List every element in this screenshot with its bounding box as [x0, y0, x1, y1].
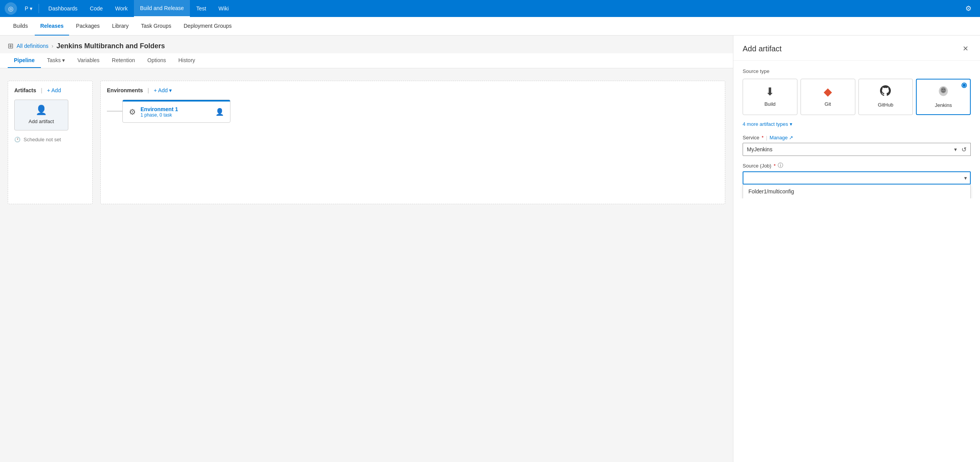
- nav-library[interactable]: Library: [107, 17, 134, 36]
- nav-packages[interactable]: Packages: [71, 17, 105, 36]
- add-artifact-link[interactable]: + Add: [47, 87, 61, 93]
- source-job-required: *: [774, 163, 775, 169]
- nav-items: Dashboards Code Work Build and Release T…: [42, 0, 235, 17]
- pipeline-content: Artifacts | + Add 👤 Add artifact 🕐 Sched…: [8, 74, 725, 210]
- jenkins-icon: [938, 86, 949, 99]
- panel-header: Add artifact ✕: [733, 36, 980, 61]
- secondary-navigation: Builds Releases Packages Library Task Gr…: [0, 17, 980, 36]
- schedule-item: 🕐 Schedule not set: [14, 137, 86, 142]
- env-card-user-icon: 👤: [215, 108, 224, 116]
- service-select[interactable]: MyJenkins: [743, 143, 971, 156]
- nav-item-work[interactable]: Work: [109, 0, 134, 17]
- environments-panel: Environments | + Add ▾ ⚙ Environm: [100, 81, 725, 204]
- main-layout: ⊞ All definitions › Jenkins Multibranch …: [0, 36, 980, 462]
- source-type-label: Source type: [743, 68, 971, 74]
- source-job-field: Source (Job) * ⓘ ▾ Folder1/multiconfig F…: [743, 162, 971, 184]
- panel-body: Source type ⬇ Build ◆ Git GitHub: [733, 61, 980, 198]
- top-nav-right: ⚙: [961, 2, 975, 15]
- environment-card: ⚙ Environment 1 1 phase, 0 task 👤: [122, 100, 230, 123]
- nav-task-groups[interactable]: Task Groups: [135, 17, 177, 36]
- artifacts-title: Artifacts: [14, 87, 36, 93]
- pipeline-tabs: Pipeline Tasks ▾ Variables Retention Opt…: [0, 53, 733, 68]
- environment-row: ⚙ Environment 1 1 phase, 0 task 👤: [107, 100, 719, 123]
- environment-name[interactable]: Environment 1: [140, 106, 211, 112]
- github-label: GitHub: [878, 102, 893, 108]
- project-chevron-icon: ▾: [30, 5, 32, 12]
- nav-item-code[interactable]: Code: [84, 0, 109, 17]
- schedule-label: Schedule not set: [24, 137, 61, 142]
- source-job-dropdown-wrapper: ▾ Folder1/multiconfig Folder2/CoffeeShop…: [743, 171, 971, 184]
- nav-releases[interactable]: Releases: [35, 17, 69, 36]
- dropdown-item-0[interactable]: Folder1/multiconfig: [743, 184, 970, 198]
- environments-header: Environments | + Add ▾: [107, 87, 719, 93]
- more-artifact-types-link[interactable]: 4 more artifact types ▾: [743, 121, 971, 127]
- service-label: Service * | Manage ↗: [743, 135, 971, 140]
- source-job-label: Source (Job) * ⓘ: [743, 162, 971, 169]
- tab-tasks[interactable]: Tasks ▾: [41, 53, 71, 68]
- close-button[interactable]: ✕: [960, 43, 971, 54]
- nav-item-wiki[interactable]: Wiki: [212, 0, 235, 17]
- connection-line: [107, 111, 122, 112]
- source-type-grid: ⬇ Build ◆ Git GitHub: [743, 79, 971, 115]
- nav-divider: [39, 4, 39, 13]
- panel-title: Add artifact: [743, 44, 782, 53]
- breadcrumb-current: Jenkins Multibranch and Folders: [56, 42, 165, 50]
- nav-item-test[interactable]: Test: [190, 0, 212, 17]
- schedule-icon: 🕐: [14, 137, 20, 142]
- git-label: Git: [824, 101, 831, 107]
- source-type-git[interactable]: ◆ Git: [801, 79, 855, 115]
- tab-options[interactable]: Options: [141, 53, 172, 68]
- breadcrumb-parent[interactable]: All definitions: [17, 43, 49, 49]
- svg-point-2: [942, 89, 943, 90]
- service-field: Service * | Manage ↗ MyJenkins ▾ ↺: [743, 135, 971, 156]
- jenkins-radio: [961, 83, 967, 88]
- source-type-jenkins[interactable]: Jenkins: [916, 79, 971, 115]
- source-job-input[interactable]: [743, 171, 971, 184]
- breadcrumb: ⊞ All definitions › Jenkins Multibranch …: [8, 42, 725, 50]
- tab-variables[interactable]: Variables: [71, 53, 105, 68]
- source-job-info-icon: ⓘ: [778, 162, 783, 169]
- add-env-chevron-icon: ▾: [169, 87, 172, 93]
- breadcrumb-separator: ›: [52, 43, 54, 49]
- tab-retention[interactable]: Retention: [106, 53, 141, 68]
- git-icon: ◆: [824, 85, 832, 98]
- environments-title: Environments: [107, 87, 143, 93]
- add-environment-link[interactable]: + Add ▾: [154, 87, 172, 93]
- environments-separator: |: [147, 87, 149, 93]
- more-types-text: 4 more artifact types: [743, 121, 788, 127]
- nav-item-build-and-release[interactable]: Build and Release: [134, 0, 190, 17]
- svg-point-3: [944, 89, 944, 90]
- build-label: Build: [764, 101, 775, 107]
- service-select-wrapper: MyJenkins ▾ ↺: [743, 143, 971, 156]
- settings-icon[interactable]: ⚙: [961, 2, 975, 15]
- more-types-chevron-icon: ▾: [790, 121, 792, 127]
- top-navigation: ◎ P ▾ Dashboards Code Work Build and Rel…: [0, 0, 980, 17]
- env-card-icon: ⚙: [129, 107, 136, 117]
- project-switcher[interactable]: P ▾: [22, 0, 36, 17]
- manage-link[interactable]: Manage ↗: [770, 135, 793, 140]
- manage-external-icon: ↗: [789, 135, 793, 140]
- artifacts-header: Artifacts | + Add: [14, 87, 86, 93]
- svg-point-1: [941, 87, 946, 93]
- artifacts-panel: Artifacts | + Add 👤 Add artifact 🕐 Sched…: [8, 81, 93, 204]
- env-card-info: Environment 1 1 phase, 0 task: [140, 106, 211, 118]
- nav-item-dashboards[interactable]: Dashboards: [42, 0, 84, 17]
- app-logo: ◎: [5, 2, 17, 15]
- environment-meta[interactable]: 1 phase, 0 task: [140, 112, 211, 118]
- refresh-button[interactable]: ↺: [958, 143, 971, 156]
- nav-deployment-groups[interactable]: Deployment Groups: [178, 17, 237, 36]
- github-icon: [880, 85, 891, 99]
- breadcrumb-icon: ⊞: [8, 42, 14, 50]
- source-type-github[interactable]: GitHub: [858, 79, 913, 115]
- artifact-card[interactable]: 👤 Add artifact: [14, 100, 68, 130]
- left-panel: ⊞ All definitions › Jenkins Multibranch …: [0, 36, 733, 462]
- artifacts-separator: |: [41, 87, 42, 93]
- tab-history[interactable]: History: [172, 53, 201, 68]
- jenkins-label: Jenkins: [935, 102, 952, 108]
- env-card-content: ⚙ Environment 1 1 phase, 0 task 👤: [123, 102, 230, 122]
- build-icon: ⬇: [765, 85, 774, 98]
- nav-builds[interactable]: Builds: [8, 17, 33, 36]
- source-type-build[interactable]: ⬇ Build: [743, 79, 797, 115]
- service-separator: |: [766, 135, 767, 140]
- tab-pipeline[interactable]: Pipeline: [8, 53, 41, 68]
